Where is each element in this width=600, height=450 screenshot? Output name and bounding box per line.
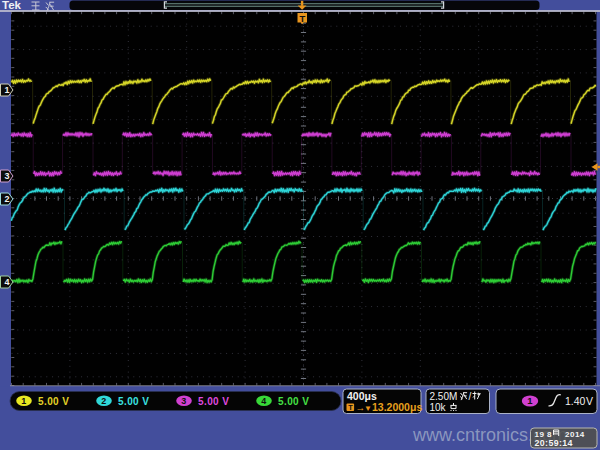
svg-text:5.00 V: 5.00 V — [278, 396, 309, 407]
svg-text:2.50M: 2.50M — [430, 391, 458, 402]
svg-text:▼: ▼ — [364, 404, 372, 413]
svg-text:10k: 10k — [430, 402, 447, 413]
svg-text:3: 3 — [181, 396, 186, 406]
svg-text:4: 4 — [261, 396, 266, 406]
svg-text:5.00 V: 5.00 V — [38, 396, 69, 407]
svg-text:400μs: 400μs — [347, 390, 377, 402]
svg-text:20:59:14: 20:59:14 — [535, 438, 573, 448]
svg-text:1.40: 1.40 — [565, 395, 586, 407]
svg-text:V: V — [586, 395, 593, 407]
svg-text:1: 1 — [21, 396, 26, 406]
svg-text:5.00 V: 5.00 V — [118, 396, 149, 407]
svg-text:1: 1 — [5, 85, 10, 95]
svg-text:/: / — [469, 391, 472, 402]
svg-text:2: 2 — [5, 194, 10, 204]
svg-text:T: T — [348, 403, 353, 412]
svg-text:2: 2 — [101, 396, 106, 406]
svg-text:13.2000μs: 13.2000μs — [372, 401, 422, 413]
svg-text:3: 3 — [5, 171, 10, 181]
svg-text:4: 4 — [5, 277, 10, 287]
svg-text:1: 1 — [527, 395, 533, 406]
svg-text:Tek: Tek — [2, 0, 22, 11]
svg-text:5.00 V: 5.00 V — [198, 396, 229, 407]
svg-text:T: T — [299, 13, 305, 24]
